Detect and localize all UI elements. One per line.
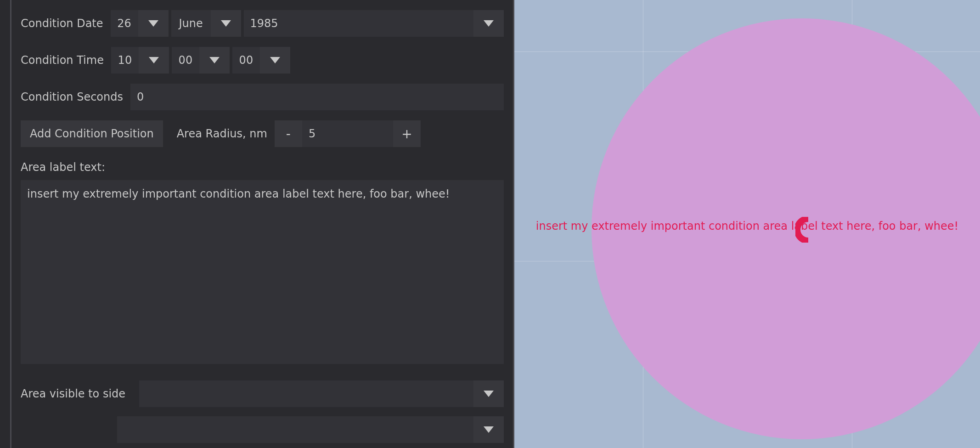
radius-increment-button[interactable]: +	[393, 120, 421, 147]
condition-panel: Condition Date 26 June 1985 Condition Ti…	[0, 0, 514, 448]
condition-seconds-field[interactable]: 0	[130, 84, 504, 110]
svg-marker-1	[221, 20, 231, 27]
row-area-visible-side: Area visible to side	[21, 380, 504, 407]
radius-value-field[interactable]: 5	[302, 120, 393, 147]
time-hour-value[interactable]: 10	[111, 47, 139, 74]
label-area-radius: Area Radius, nm	[177, 127, 267, 140]
row-position-radius: Add Condition Position Area Radius, nm -…	[21, 120, 504, 147]
area-visible-side-field[interactable]	[139, 380, 473, 407]
area-visible-side-dropdown[interactable]	[473, 380, 504, 407]
radius-decrement-button[interactable]: -	[275, 120, 302, 147]
time-second-dropdown[interactable]	[260, 47, 290, 74]
label-condition-seconds: Condition Seconds	[21, 91, 123, 103]
chevron-down-icon	[484, 20, 494, 27]
area-label-textarea[interactable]	[21, 180, 504, 364]
svg-marker-3	[149, 57, 159, 63]
date-year-value[interactable]: 1985	[244, 10, 473, 37]
row-condition-seconds: Condition Seconds 0	[21, 84, 504, 110]
row-condition-date: Condition Date 26 June 1985	[21, 10, 504, 37]
chevron-down-icon	[148, 20, 158, 27]
area-label-on-map: insert my extremely important condition …	[536, 220, 958, 233]
row-partial-bottom	[21, 416, 504, 443]
time-minute-dropdown[interactable]	[199, 47, 230, 74]
chevron-down-icon	[221, 20, 231, 27]
date-month-value[interactable]: June	[171, 10, 211, 37]
svg-marker-4	[209, 57, 220, 63]
date-month-dropdown[interactable]	[211, 10, 241, 37]
chevron-down-icon	[270, 57, 280, 63]
chevron-down-icon	[484, 426, 494, 433]
label-area-label-text: Area label text:	[21, 161, 504, 174]
svg-marker-2	[484, 20, 494, 27]
add-condition-position-button[interactable]: Add Condition Position	[21, 120, 163, 147]
date-year-dropdown[interactable]	[473, 10, 504, 37]
time-hour-dropdown[interactable]	[139, 47, 169, 74]
time-minute-value[interactable]: 00	[172, 47, 199, 74]
chevron-down-icon	[209, 57, 220, 63]
label-condition-time: Condition Time	[21, 54, 104, 67]
date-day-value[interactable]: 26	[111, 10, 138, 37]
chevron-down-icon	[484, 391, 494, 397]
row-condition-time: Condition Time 10 00 00	[21, 47, 504, 74]
svg-marker-5	[270, 57, 280, 63]
map-viewport[interactable]: insert my extremely important condition …	[514, 0, 980, 448]
svg-marker-7	[484, 426, 494, 433]
time-second-value[interactable]: 00	[232, 47, 260, 74]
chevron-down-icon	[149, 57, 159, 63]
date-day-dropdown[interactable]	[138, 10, 169, 37]
partial-bottom-field[interactable]	[117, 416, 473, 443]
svg-marker-0	[148, 20, 158, 27]
label-area-visible-side: Area visible to side	[21, 387, 125, 400]
partial-bottom-dropdown[interactable]	[473, 416, 504, 443]
label-condition-date: Condition Date	[21, 17, 103, 30]
svg-marker-6	[484, 391, 494, 397]
